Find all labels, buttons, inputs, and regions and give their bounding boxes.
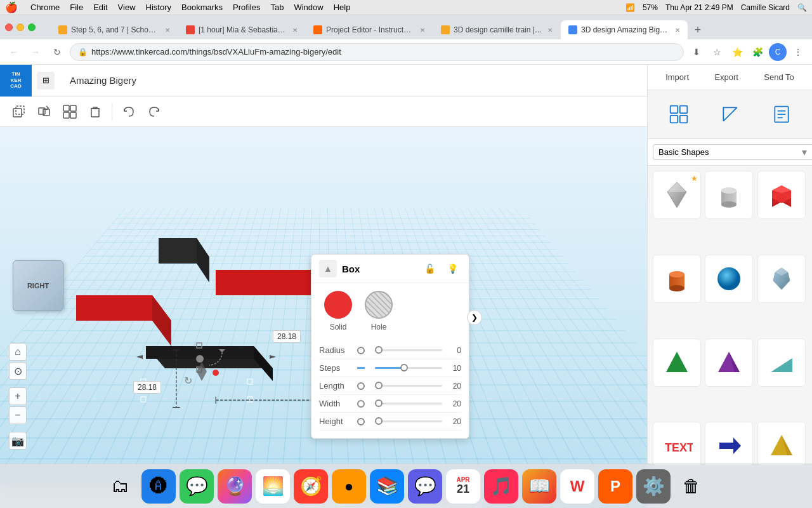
bookmark-icon[interactable]: ☆	[708, 43, 726, 61]
shape-item-gem2[interactable]	[757, 255, 806, 303]
dock-calendar[interactable]: APR21	[446, 469, 480, 504]
dock-discord[interactable]: 💬	[408, 469, 442, 504]
profile-icon[interactable]: C	[769, 43, 787, 61]
smart-duplicate-button[interactable]	[33, 100, 56, 123]
steps-slider[interactable]	[357, 367, 442, 369]
props-lock-button[interactable]: 🔓	[421, 260, 438, 277]
camera-button[interactable]: 📷	[9, 432, 27, 450]
solid-option[interactable]: Solid	[324, 291, 352, 331]
shape-item-text-red[interactable]: TEXT	[653, 422, 701, 470]
redo-button[interactable]	[143, 100, 166, 123]
menu-view[interactable]: View	[118, 3, 136, 12]
menu-file[interactable]: File	[70, 3, 83, 12]
shape-item-cylinder-silver[interactable]	[705, 171, 753, 219]
forward-button[interactable]: →	[27, 43, 44, 61]
download-icon[interactable]: ⬇	[688, 43, 705, 61]
dock-music[interactable]: 🎵	[484, 469, 518, 504]
grid-view-button[interactable]	[660, 95, 698, 133]
radius-track[interactable]	[375, 349, 442, 351]
new-tab-button[interactable]: +	[688, 20, 707, 39]
group-button[interactable]	[58, 100, 81, 123]
menu-help[interactable]: Help	[334, 3, 351, 12]
dock-finder[interactable]: 🗂	[103, 469, 138, 504]
tab-3[interactable]: Project Editor - Instructab... ✕	[306, 20, 433, 39]
dock-settings[interactable]: ⚙️	[636, 469, 671, 504]
menu-tab[interactable]: Tab	[270, 3, 284, 12]
shape-item-arrow-dark-blue[interactable]	[705, 422, 753, 470]
menu-window[interactable]: Window	[294, 3, 323, 12]
dock-safari[interactable]: 🧭	[294, 469, 328, 504]
width-handle[interactable]	[375, 399, 383, 407]
height-track[interactable]	[375, 420, 442, 422]
hole-option[interactable]: Hole	[365, 291, 393, 331]
shape-item-sphere-blue[interactable]	[705, 255, 753, 303]
zoom-in-button[interactable]: +	[9, 387, 27, 405]
length-handle[interactable]	[375, 382, 383, 389]
dock-appstore[interactable]: 🅐	[141, 469, 176, 504]
url-bar[interactable]: 🔒 https://www.tinkercad.com/things/bsdVX…	[70, 43, 684, 61]
dock-chrome[interactable]: ●	[332, 469, 366, 504]
delete-button[interactable]	[84, 100, 107, 123]
notes-button[interactable]	[763, 95, 801, 133]
tab-5[interactable]: 3D design Amazing Bigery... ✕	[561, 20, 688, 39]
export-button[interactable]: Export	[704, 69, 749, 86]
send-to-button[interactable]: Send To	[754, 69, 804, 86]
import-button[interactable]: Import	[655, 69, 699, 86]
height-slider[interactable]	[357, 418, 442, 425]
corner-view-button[interactable]	[711, 95, 749, 133]
viewport-cube[interactable]: RIGHT	[13, 260, 63, 311]
zoom-out-button[interactable]: −	[9, 406, 27, 424]
tab-1-close[interactable]: ✕	[165, 27, 170, 34]
fit-button[interactable]: ⊙	[9, 362, 27, 380]
menu-profiles[interactable]: Profiles	[233, 3, 260, 12]
length-slider[interactable]	[357, 382, 442, 390]
apple-menu[interactable]: 🍎	[5, 1, 18, 13]
dock-photos[interactable]: 🌅	[256, 469, 290, 504]
tab-5-close[interactable]: ✕	[675, 27, 680, 34]
menu-search-icon[interactable]: 🔍	[797, 3, 807, 12]
tab-2[interactable]: [1 hour] Mia & Sebastian's... ✕	[178, 20, 305, 39]
back-button[interactable]: ←	[5, 43, 23, 61]
duplicate-button[interactable]	[8, 100, 30, 123]
steps-handle[interactable]	[400, 364, 408, 371]
tab-4[interactable]: 3D design camille train | T... ✕	[433, 20, 560, 39]
dock-books2[interactable]: 📖	[522, 469, 556, 504]
shape-item-box-red[interactable]	[757, 171, 806, 219]
panel-collapse-arrow[interactable]: ❯	[467, 310, 482, 325]
width-track[interactable]	[375, 403, 442, 404]
shape-item-gem1[interactable]: ★	[653, 171, 701, 219]
shape-item-wedge-teal[interactable]	[757, 338, 806, 387]
height-handle[interactable]	[375, 417, 383, 425]
dock-trash[interactable]: 🗑	[674, 469, 709, 504]
menu-chrome[interactable]: Chrome	[30, 3, 60, 12]
traffic-light-green[interactable]	[28, 23, 36, 31]
radius-slider[interactable]	[357, 347, 442, 354]
dock-siri[interactable]: 🔮	[218, 469, 252, 504]
tab-1[interactable]: Step 5, 6, and 7 | Schoolo... ✕	[51, 20, 178, 39]
undo-button[interactable]	[117, 100, 140, 123]
props-visible-button[interactable]: 💡	[443, 260, 461, 277]
dock-powerpoint[interactable]: P	[598, 469, 632, 504]
home-button[interactable]: ⌂	[9, 343, 27, 361]
shape-category-select[interactable]: Basic Shapes	[653, 144, 812, 160]
length-track[interactable]	[375, 385, 442, 387]
reload-button[interactable]: ↻	[48, 43, 66, 61]
canvas-area[interactable]: ↻	[0, 127, 647, 508]
radius-handle[interactable]	[375, 346, 383, 354]
menu-bookmarks[interactable]: Bookmarks	[181, 3, 223, 12]
dock-books[interactable]: 📚	[370, 469, 404, 504]
tab-2-close[interactable]: ✕	[292, 27, 298, 34]
dock-word[interactable]: W	[560, 469, 594, 504]
more-menu-icon[interactable]: ⋮	[789, 43, 807, 61]
props-collapse-button[interactable]: ▲	[319, 260, 337, 277]
shape-item-pyramid-green[interactable]	[653, 338, 701, 387]
tab-3-close[interactable]: ✕	[420, 27, 425, 34]
traffic-light-yellow[interactable]	[16, 23, 24, 31]
shape-item-pyramid-yellow[interactable]	[757, 422, 806, 470]
tab-4-close[interactable]: ✕	[547, 27, 553, 34]
star-icon[interactable]: ⭐	[728, 43, 746, 61]
menu-edit[interactable]: Edit	[93, 3, 107, 12]
extension-icon[interactable]: 🧩	[749, 43, 766, 61]
dock-messages[interactable]: 💬	[180, 469, 214, 504]
menu-history[interactable]: History	[146, 3, 171, 12]
